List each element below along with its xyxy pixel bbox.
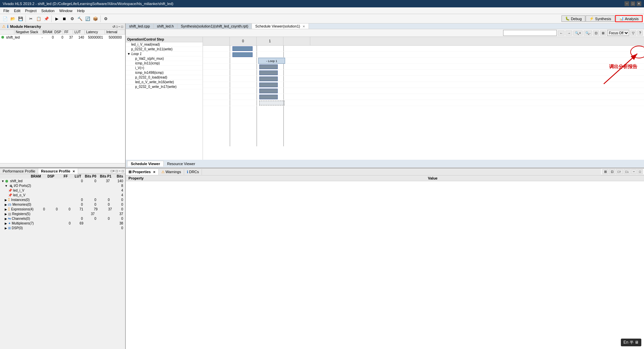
expand-shift-led[interactable]: ▼ [1,180,4,183]
rp-row-io-ports[interactable]: ▼ 🔌 I/O Ports(2) 8 [0,184,125,188]
expand-io-ports[interactable]: ▼ [5,184,8,188]
sv-op-p0232-write11[interactable]: p_0232_0_write_ln11(write) [126,47,203,52]
tb-stop[interactable]: ⏹ [61,15,68,22]
mh-hscroll[interactable] [0,163,125,167]
ime-indicator[interactable]: En 半 🖥 [621,339,641,346]
expand-dsp[interactable]: ▶ [5,227,7,230]
sv-op-icmp11[interactable]: icmp_ln11(icmp) [126,61,203,66]
rp-icon-add[interactable]: □+ [111,169,115,173]
br-tb-btn2[interactable]: ⊡ [609,169,615,174]
br-tab-warnings[interactable]: ⚠ Warnings [159,169,184,175]
tb-new[interactable]: 📄 [1,15,9,22]
tb-cut[interactable]: ✂ [27,15,35,22]
tb-run[interactable]: ▶ [53,15,60,22]
rp-row-channels[interactable]: ▶ ⇆ Channels(0) 0 0 0 0 [0,216,125,221]
expand-instances[interactable]: ▶ [5,198,7,202]
sv-zoom-reset[interactable]: ⊞ [600,31,606,36]
menu-help[interactable]: Help [75,8,87,13]
br-tb-btn3[interactable]: □↑ [616,169,623,174]
rp-row-expressions[interactable]: ▶ Σ Expressions(4) 0 0 0 71 79 37 0 [0,207,125,212]
sv-nav-prev[interactable]: ← [558,31,565,36]
expand-registers[interactable]: ▶ [5,212,7,216]
sv-nav-next[interactable]: → [566,31,572,36]
rp-row-led-o-v[interactable]: 📌 led_o_V 4 [0,193,125,198]
rp-row-dsp[interactable]: ▶ ⊞ DSP(0) 0 [0,226,125,231]
properties-tab-close[interactable]: ✕ [153,170,156,174]
bottom-tab-schedule[interactable]: Schedule Viewer [127,161,164,166]
rp-icon-min[interactable]: − [119,169,121,173]
menu-solution[interactable]: Solution [39,8,57,13]
menu-window[interactable]: Window [57,8,74,13]
rp-icon-max[interactable]: □ [122,169,124,173]
tb-impl[interactable]: 📦 [92,15,99,22]
tab-shift-led-cpp[interactable]: shift_led.cpp [126,23,154,29]
rp-row-registers[interactable]: ▶ ▤ Registers(5) 37 37 [0,212,125,216]
rp-row-multiplexers[interactable]: ▶ ✦ Multiplexers(7) 0 69 38 [0,221,125,226]
tb-open[interactable]: 📂 [9,15,16,22]
rp-row-memories[interactable]: ▶ 🗃 Memories(0) 0 0 0 0 [0,202,125,207]
sv-op-loop1[interactable]: ▼ Loop 1 [126,52,203,56]
rp-icon-collapse[interactable]: □ [116,169,118,173]
tb-synth[interactable]: 🔨 [76,15,84,22]
expand-memories[interactable]: ▶ [5,203,7,206]
rp-tab-resource[interactable]: Resource Profile ✕ [38,168,78,174]
bottom-tab-resource[interactable]: Resource Viewer [164,161,199,166]
sv-op-led-write16[interactable]: led_o_V_write_ln16(write) [126,80,203,85]
synthesis-button[interactable]: ⚡ Synthesis [586,15,615,22]
rp-tab-close[interactable]: ✕ [72,170,75,173]
sv-op-icmp1498[interactable]: icmp_ln1498(icmp) [126,70,203,75]
rp-row-led-i-v[interactable]: 📌 led_i_V 4 [0,188,125,193]
tb-settings[interactable]: ⚙ [102,15,109,22]
sv-search-input[interactable] [503,30,557,36]
rp-dsp-mem: 0 [84,203,98,206]
analysis-button[interactable]: 📊 Analysis [615,15,643,22]
tb-cosim[interactable]: 🔄 [84,15,91,22]
sv-op-p0232-load[interactable]: p_0232_0_load(read) [126,75,203,80]
panel-icon-refresh[interactable]: ↺ [112,25,115,29]
tb-csim[interactable]: ⚙ [68,15,76,22]
mh-row[interactable]: shift_led - 0 0 37 140 50000001 5000000 [0,35,125,40]
menu-project[interactable]: Project [23,8,39,13]
sv-op-led-read[interactable]: led_i_V_read(read) [126,42,203,47]
close-button[interactable]: ✕ [637,1,641,6]
instances-icon: Σ [8,198,10,202]
br-tab-properties[interactable]: ⊞ Properties ✕ [126,169,159,175]
br-tab-drcs[interactable]: ℹ DRCs [184,169,202,175]
mh-val-neg-slack: - [20,36,45,39]
restore-button[interactable]: □ [631,1,635,6]
expand-expressions[interactable]: ▶ [5,208,7,211]
panel-icon-collapse[interactable]: □ [116,25,118,29]
tab-shift-led-h[interactable]: shift_led.h [154,23,177,29]
expand-channels[interactable]: ▶ [5,217,7,220]
expand-multiplexers[interactable]: ▶ [5,222,7,225]
rp-tab-performance[interactable]: Performance Profile [0,168,38,174]
tb-copy[interactable]: 📋 [35,15,42,22]
tab-synthesis-rpt[interactable]: Synthesis(solution1)(shift_led_csynth.rp… [177,23,252,29]
br-tb-btn1[interactable]: ⊞ [602,169,608,174]
sv-zoom-out[interactable]: 🔍- [584,31,592,36]
tb-save[interactable]: 💾 [17,15,24,22]
menu-edit[interactable]: Edit [12,8,22,13]
sv-focus-select[interactable]: Focus Off Focus On [607,30,629,36]
br-tb-max[interactable]: □ [637,169,643,174]
tab-schedule-viewer[interactable]: Schedule Viewer(solution1) ✕ [252,23,309,29]
menu-file[interactable]: File [1,8,11,13]
sv-zoom-in[interactable]: 🔍+ [573,31,583,36]
sv-op-iv[interactable]: i_V(+) [126,66,203,70]
panel-icon-max[interactable]: □ [121,25,123,29]
debug-button[interactable]: 🐛 Debug [561,15,585,22]
panel-icon-min[interactable]: − [118,25,120,29]
br-tb-min[interactable]: − [631,169,637,174]
sv-help[interactable]: ? [637,31,643,36]
br-tb-btn4[interactable]: □↓ [624,169,631,174]
minimize-button[interactable]: − [625,1,629,6]
tab-close-icon[interactable]: ✕ [303,25,305,28]
sv-op-phi-mux[interactable]: p_Val2_s(phi_mux) [126,56,203,61]
window-controls: − □ ✕ [625,1,641,6]
sv-filter[interactable]: ▽ [630,31,636,36]
sv-op-p0232-write17[interactable]: p_0232_0_write_ln17(write) [126,85,203,89]
tb-paste[interactable]: 📌 [43,15,50,22]
sv-zoom-fit[interactable]: ⊡ [593,31,599,36]
rp-row-shift-led[interactable]: ▼ shift_led 0 0 37 140 [0,179,125,184]
rp-row-instances[interactable]: ▶ Σ Instances(0) 0 0 0 0 [0,198,125,202]
